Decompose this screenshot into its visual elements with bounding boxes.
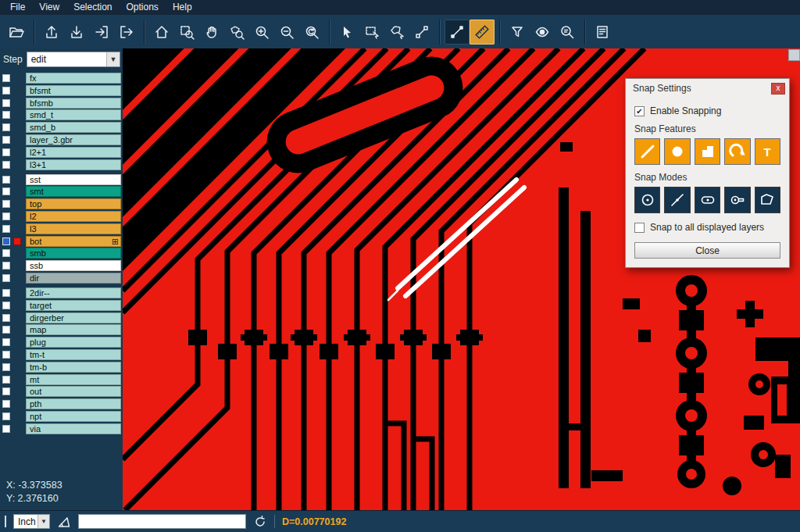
snap-dialog-close-button[interactable]: Close	[634, 242, 780, 259]
layer-row[interactable]: bot⊞	[2, 236, 123, 247]
layer-row[interactable]: smt	[2, 186, 123, 197]
menu-help[interactable]: Help	[166, 0, 199, 15]
home-button[interactable]	[149, 20, 174, 45]
import-button[interactable]	[89, 20, 114, 45]
layer-row[interactable]: via	[2, 423, 123, 434]
layer-row[interactable]: bfsmb	[2, 98, 123, 109]
layer-visibility-checkbox[interactable]	[2, 363, 10, 371]
layer-row[interactable]: dir	[2, 273, 123, 284]
layer-name[interactable]: out	[26, 386, 121, 397]
layer-name[interactable]: sst	[26, 174, 121, 185]
layer-name[interactable]: ssb	[26, 260, 121, 271]
layer-visibility-checkbox[interactable]	[2, 148, 10, 156]
layer-name[interactable]: smd_b	[26, 122, 121, 133]
select-poly-button[interactable]	[384, 20, 409, 45]
snap-all-layers-row[interactable]: Snap to all displayed layers	[634, 222, 780, 233]
layer-visibility-checkbox[interactable]	[2, 425, 10, 433]
layer-visibility-checkbox[interactable]	[2, 74, 10, 82]
layer-visibility-checkbox[interactable]	[2, 289, 10, 297]
step-dropdown[interactable]: edit ▼	[27, 52, 120, 67]
select-rect-button[interactable]	[359, 20, 384, 45]
snap-feature-text-button[interactable]: T	[755, 138, 780, 165]
measure-points-button[interactable]	[409, 20, 434, 45]
layer-name[interactable]: smt	[26, 186, 121, 197]
layer-row[interactable]: bfsmt	[2, 85, 123, 96]
layer-visibility-checkbox[interactable]	[2, 87, 10, 95]
layer-visibility-checkbox[interactable]	[2, 187, 10, 195]
layer-name[interactable]: smb	[26, 248, 121, 259]
zoom-window-button[interactable]	[174, 20, 199, 45]
layer-row[interactable]: mt	[2, 374, 123, 385]
layer-row[interactable]: 2dir--	[2, 287, 123, 298]
layer-visibility-checkbox[interactable]	[2, 376, 10, 384]
pcb-canvas[interactable]: Snap Settings x Enable Snapping Snap Fea…	[123, 48, 800, 510]
layer-row[interactable]: tm-t	[2, 349, 123, 360]
layer-name[interactable]: via	[26, 423, 121, 434]
upload-job-button[interactable]	[39, 20, 64, 45]
layer-name[interactable]: tm-t	[26, 349, 121, 360]
layer-name[interactable]: target	[26, 300, 121, 311]
layer-name[interactable]: dirgerber	[26, 312, 121, 323]
layer-name[interactable]: smd_t	[26, 109, 121, 120]
menu-view[interactable]: View	[32, 0, 66, 15]
zoom-in-button[interactable]	[249, 20, 274, 45]
layer-name[interactable]: dir	[26, 273, 121, 284]
layer-visibility-checkbox[interactable]	[2, 274, 10, 282]
chevron-down-icon[interactable]: ▼	[106, 52, 120, 66]
layer-name[interactable]: bot⊞	[26, 236, 121, 247]
layer-name[interactable]: fx	[26, 73, 121, 84]
layer-visibility-checkbox[interactable]	[2, 412, 10, 420]
layer-name[interactable]: pth	[26, 398, 121, 409]
layer-row[interactable]: layer_3.gbr	[2, 134, 123, 145]
grid-icon[interactable]: ⊞	[112, 237, 119, 247]
report-button[interactable]	[590, 20, 615, 45]
layer-row[interactable]: top	[2, 198, 123, 209]
angle-tool-icon[interactable]	[57, 515, 71, 529]
layer-visibility-checkbox[interactable]	[2, 400, 10, 408]
layer-visibility-checkbox[interactable]	[2, 161, 10, 169]
snap-feature-circle-button[interactable]	[664, 138, 690, 165]
layer-name[interactable]: l2	[26, 211, 121, 222]
layer-visibility-checkbox[interactable]	[2, 326, 10, 334]
layer-name[interactable]: tm-b	[26, 362, 121, 373]
layer-name[interactable]: mt	[26, 374, 121, 385]
pan-button[interactable]	[199, 20, 224, 45]
open-folder-button[interactable]	[4, 20, 29, 45]
layer-row[interactable]: smd_t	[2, 109, 123, 120]
download-job-button[interactable]	[64, 20, 89, 45]
layer-row[interactable]: npt	[2, 411, 123, 422]
layer-visibility-checkbox[interactable]	[2, 111, 10, 119]
command-input[interactable]	[78, 514, 246, 529]
filter-button[interactable]	[505, 20, 530, 45]
layer-name[interactable]: l2+1	[26, 147, 121, 158]
layer-row[interactable]: map	[2, 324, 123, 335]
layer-visibility-checkbox[interactable]	[2, 200, 10, 208]
unit-dropdown[interactable]: Inch ▼	[13, 514, 50, 529]
snap-feature-line-button[interactable]	[634, 138, 660, 165]
layer-visibility-checkbox[interactable]	[2, 136, 10, 144]
menu-selection[interactable]: Selection	[66, 0, 119, 15]
layer-row[interactable]: dirgerber	[2, 312, 123, 323]
layer-visibility-checkbox[interactable]	[2, 123, 10, 131]
layer-name[interactable]: npt	[26, 411, 121, 422]
layer-row[interactable]: ssb	[2, 260, 123, 271]
layer-name[interactable]: 2dir--	[26, 287, 121, 298]
layer-row[interactable]: tm-b	[2, 362, 123, 373]
layer-name[interactable]: l3	[26, 223, 121, 234]
layer-row[interactable]: l3	[2, 223, 123, 234]
snap-all-layers-checkbox[interactable]	[634, 223, 645, 233]
layer-visibility-checkbox[interactable]	[2, 99, 10, 107]
find-button[interactable]	[555, 20, 580, 45]
layer-name[interactable]: l3+1	[26, 159, 121, 170]
layer-row[interactable]: out	[2, 386, 123, 397]
layer-name[interactable]: bfsmt	[26, 85, 121, 96]
ruler-tool-button[interactable]	[470, 20, 495, 45]
layer-name[interactable]: layer_3.gbr	[26, 134, 121, 145]
snap-dialog-titlebar[interactable]: Snap Settings x	[626, 79, 789, 98]
layer-name[interactable]: bfsmb	[26, 98, 121, 109]
line-tool-button[interactable]	[445, 20, 470, 45]
snap-feature-pad-button[interactable]	[695, 138, 720, 165]
layer-row[interactable]: pth	[2, 398, 123, 409]
snap-mode-slot-button[interactable]	[695, 187, 720, 213]
snap-mode-polygon-button[interactable]	[755, 187, 780, 213]
